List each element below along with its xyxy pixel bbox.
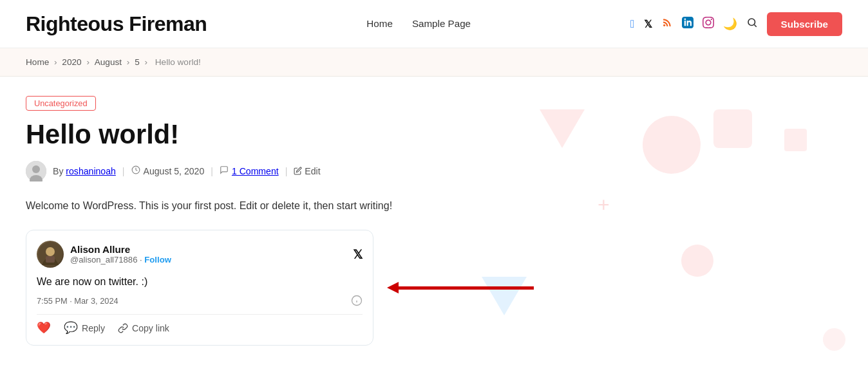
info-icon[interactable] xyxy=(351,295,363,306)
meta-sep-2: | xyxy=(211,166,213,176)
arrow-head xyxy=(387,282,399,293)
nav-item-home[interactable]: Home xyxy=(366,18,393,30)
clock-icon xyxy=(131,165,140,176)
site-title: Righteous Fireman xyxy=(26,12,207,36)
rss-icon[interactable] xyxy=(661,17,673,32)
facebook-icon[interactable]:  xyxy=(630,17,634,31)
reply-icon: 💬 xyxy=(64,321,78,335)
post-body: Welcome to WordPress. This is your first… xyxy=(26,197,476,214)
svg-rect-9 xyxy=(46,256,55,263)
svg-line-2 xyxy=(754,24,756,26)
breadcrumb-home[interactable]: Home xyxy=(26,57,49,67)
tweet-name: Alison Allure xyxy=(70,244,171,255)
post-title: Hello world! xyxy=(26,118,476,151)
svg-point-4 xyxy=(32,165,40,173)
dark-mode-toggle[interactable]: 🌙 xyxy=(723,17,737,31)
author-label: By roshaninoah xyxy=(53,166,116,176)
meta-sep-3: | xyxy=(285,166,288,176)
meta-sep-1: | xyxy=(122,166,125,176)
nav-links: Home Sample Page xyxy=(366,18,471,30)
twitter-x-icon[interactable]: 𝕏 xyxy=(644,18,652,30)
tweet-actions: ❤️ 💬 Reply Copy link xyxy=(37,314,363,335)
deco-plus-1: + xyxy=(598,193,610,217)
edit-link[interactable]: Edit xyxy=(294,166,320,176)
breadcrumb: Home › 2020 › August › 5 › Hello world! xyxy=(0,48,868,77)
copy-link-button[interactable]: Copy link xyxy=(118,323,169,333)
deco-triangle-2 xyxy=(482,277,527,315)
site-header: Righteous Fireman Home Sample Page  𝕏 🌙… xyxy=(0,0,868,48)
tweet-embed: Alison Allure @alison_all71886 · Follow … xyxy=(26,230,373,346)
breadcrumb-month[interactable]: August xyxy=(95,57,122,67)
breadcrumb-year[interactable]: 2020 xyxy=(62,57,81,67)
svg-point-8 xyxy=(46,247,55,256)
breadcrumb-sep-3: › xyxy=(127,57,132,67)
comments-meta: 1 Comment xyxy=(220,165,279,176)
svg-point-0 xyxy=(663,24,665,26)
deco-circle-2 xyxy=(681,245,713,277)
tweet-avatar xyxy=(37,241,64,268)
link-icon xyxy=(118,323,128,333)
tweet-header: Alison Allure @alison_all71886 · Follow … xyxy=(37,241,363,268)
deco-square-2 xyxy=(784,129,807,151)
subscribe-button[interactable]: Subscribe xyxy=(767,12,842,36)
nav-item-sample[interactable]: Sample Page xyxy=(412,18,471,30)
svg-point-1 xyxy=(748,19,755,26)
comment-icon xyxy=(220,165,229,176)
header-right:  𝕏 🌙 Subscribe xyxy=(630,12,842,36)
breadcrumb-sep-2: › xyxy=(86,57,91,67)
deco-square-1 xyxy=(713,109,752,148)
reply-label: Reply xyxy=(82,323,105,333)
comments-link[interactable]: 1 Comment xyxy=(232,166,279,176)
tweet-time: 7:55 PM · Mar 3, 2024 xyxy=(37,295,363,306)
nav-link-home[interactable]: Home xyxy=(366,18,393,29)
breadcrumb-sep-1: › xyxy=(54,57,59,67)
date-meta: August 5, 2020 xyxy=(131,165,205,176)
follow-link[interactable]: Follow xyxy=(144,255,171,265)
main-content: Uncategorized Hello world! By roshaninoa… xyxy=(26,77,476,365)
author-link[interactable]: roshaninoah xyxy=(66,166,116,176)
linkedin-icon[interactable] xyxy=(682,17,693,32)
deco-circle-1 xyxy=(643,116,701,174)
like-button[interactable]: ❤️ xyxy=(37,321,51,335)
post-meta: By roshaninoah | August 5, 2020 | 1 Comm… xyxy=(26,161,476,181)
tweet-handle: @alison_all71886 · Follow xyxy=(70,255,171,265)
heart-icon: ❤️ xyxy=(37,321,51,335)
tweet-avatar-inner xyxy=(37,241,64,268)
instagram-icon[interactable] xyxy=(703,17,714,32)
tweet-name-block: Alison Allure @alison_all71886 · Follow xyxy=(70,244,171,265)
main-nav: Home Sample Page xyxy=(366,18,471,30)
category-badge[interactable]: Uncategorized xyxy=(26,96,96,111)
twitter-x-logo: 𝕏 xyxy=(353,247,363,262)
tweet-user: Alison Allure @alison_all71886 · Follow xyxy=(37,241,171,268)
tweet-body: We are now on twitter. :) xyxy=(37,274,363,290)
breadcrumb-sep-4: › xyxy=(144,57,149,67)
copy-label: Copy link xyxy=(132,323,169,333)
decorative-background: + xyxy=(449,51,868,365)
arrow-annotation xyxy=(387,282,534,293)
breadcrumb-day[interactable]: 5 xyxy=(135,57,140,67)
post-date: August 5, 2020 xyxy=(144,166,205,176)
deco-circle-3 xyxy=(823,328,845,351)
breadcrumb-current: Hello world! xyxy=(155,57,201,67)
author-avatar xyxy=(26,161,46,181)
reply-button[interactable]: 💬 Reply xyxy=(64,321,105,335)
edit-label[interactable]: Edit xyxy=(305,166,320,176)
nav-link-sample[interactable]: Sample Page xyxy=(412,18,471,29)
arrow-line xyxy=(399,286,534,290)
deco-triangle xyxy=(540,109,585,148)
search-button[interactable] xyxy=(746,17,758,32)
